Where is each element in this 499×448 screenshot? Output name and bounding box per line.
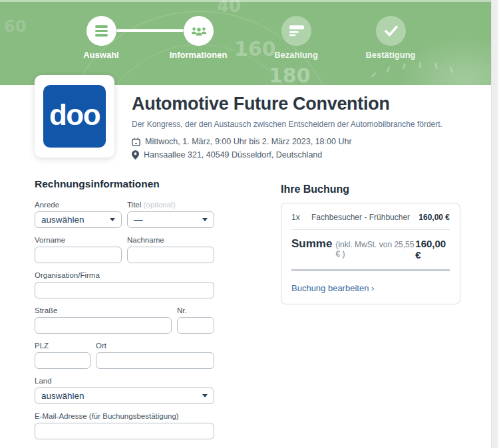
titel-select-value: — [134,215,143,225]
event-title: Automotive Future Convention [132,94,478,114]
check-icon [383,25,399,37]
step-connector-line [116,29,184,32]
ort-field: Ort [96,342,214,369]
nachname-field: Nachname [127,236,214,263]
booking-item-row: 1x Fachbesucher - Frühbucher 160,00 € [291,213,450,222]
organisation-field: Organisation/Firma [35,271,214,298]
vorname-field: Vorname [35,236,122,263]
plz-label: PLZ [35,342,90,350]
speedometer-number: 60 [4,17,26,36]
titel-label: Titel [127,201,141,209]
step-label-auswahl: Auswahl [55,50,148,60]
chevron-down-icon [202,394,208,397]
step-label-bestaetigung: Bestätigung [344,50,437,60]
vorname-input[interactable] [35,247,122,263]
strasse-input[interactable] [35,317,172,334]
anrede-select-value: auswählen [41,215,84,225]
location-pin-icon [132,150,139,160]
event-subtitle: Der Kongress, der den Austausch zwischen… [132,120,478,129]
billing-form: Rechnungsinformationen Anrede auswählen … [35,178,214,448]
email-field: E-Mail-Adresse (für Buchungsbestätigung) [35,412,214,439]
plz-input[interactable] [35,352,90,369]
event-location: Hansaallee 321, 40549 Düsseldorf, Deutsc… [144,150,322,160]
credit-card-icon [289,25,304,37]
doo-logo: doo [43,85,106,148]
speedometer-tick [371,72,376,78]
scrollbar[interactable] [491,0,499,448]
booking-divider [291,229,450,230]
step-bezahlung[interactable] [281,16,311,46]
nr-field: Nr. [177,306,214,334]
organisation-label: Organisation/Firma [35,271,214,279]
chevron-down-icon [202,218,208,221]
email-input[interactable] [35,423,214,439]
land-select[interactable]: auswählen [35,388,214,404]
event-location-row: Hansaallee 321, 40549 Düsseldorf, Deutsc… [132,150,478,160]
email-label: E-Mail-Adresse (für Buchungsbestätigung) [35,412,214,420]
calendar-icon [132,138,140,146]
event-datetime: Mittwoch, 1. März, 9:00 Uhr bis 2. März … [145,137,352,146]
strasse-label: Straße [35,306,172,314]
booking-item-qty: 1x [291,213,311,222]
land-select-value: auswählen [41,391,84,401]
anrede-field: Anrede auswählen [35,201,122,228]
organisation-input[interactable] [35,282,214,298]
nr-input[interactable] [177,317,214,334]
background-highlight [398,37,491,85]
booking-divider-thick [291,269,450,271]
step-label-bezahlung: Bezahlung [250,50,343,60]
speedometer-number: 40 [217,0,241,16]
land-field: Land auswählen [35,377,214,404]
chevron-down-icon [110,218,115,221]
booking-item-price: 160,00 € [418,213,450,222]
titel-select[interactable]: — [127,211,214,228]
event-info: Automotive Future Convention Der Kongres… [132,94,478,160]
step-label-informationen: Informationen [152,50,245,60]
edit-booking-link[interactable]: Buchung bearbeiten › [291,283,374,293]
titel-optional-hint: (optional) [144,201,176,209]
step-informationen[interactable] [184,16,214,46]
ort-label: Ort [96,342,214,350]
sum-vat-note: (inkl. MwSt. von 25,55 € ) [335,240,415,259]
event-logo-card: doo [35,75,114,158]
booking-card: 1x Fachbesucher - Frühbucher 160,00 € Su… [281,203,460,304]
doo-logo-text: doo [49,98,100,134]
registration-page: 60 40 160 180 [0,0,499,448]
vorname-label: Vorname [35,236,122,244]
step-auswahl[interactable] [86,16,116,46]
menu-icon [95,25,108,37]
sum-label: Summe [291,237,332,251]
sum-price: 160,00 € [415,238,450,261]
speedometer-number: 180 [269,64,311,85]
nachname-input[interactable] [127,247,214,263]
billing-form-heading: Rechnungsinformationen [35,178,214,190]
progress-header: 60 40 160 180 [0,0,491,85]
booking-sum-row: Summe (inkl. MwSt. von 25,55 € ) 160,00 … [291,237,450,261]
strasse-field: Straße [35,306,172,334]
anrede-select[interactable]: auswählen [35,211,122,228]
booking-item-name: Fachbesucher - Frühbucher [311,213,418,222]
nachname-label: Nachname [127,236,214,244]
booking-heading: Ihre Buchung [281,183,460,195]
nr-label: Nr. [177,306,214,314]
plz-field: PLZ [35,342,90,369]
speedometer-tick [386,66,390,72]
ort-input[interactable] [96,352,214,369]
titel-field: Titel (optional) — [127,201,214,228]
step-bestaetigung[interactable] [376,16,406,46]
speedometer-tick [419,62,421,68]
anrede-label: Anrede [35,201,122,209]
people-icon [191,26,207,37]
booking-summary: Ihre Buchung 1x Fachbesucher - Frühbuche… [281,183,460,304]
land-label: Land [35,377,214,385]
event-datetime-row: Mittwoch, 1. März, 9:00 Uhr bis 2. März … [132,137,478,146]
